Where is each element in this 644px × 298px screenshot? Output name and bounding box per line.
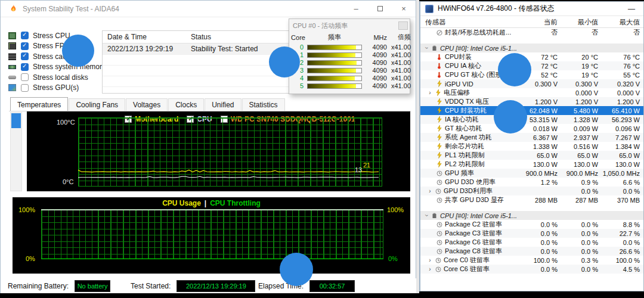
sensor-row[interactable]: ›Core C6 驻留率0.0 %0.0 %4.5 % — [420, 265, 643, 274]
minimum-value: 0.0 % — [558, 248, 598, 255]
sensor-row[interactable]: Package C6 驻留率0.0 %0.0 %0.0 % — [420, 238, 643, 247]
chevron-down-icon[interactable]: › — [423, 213, 430, 218]
minimum-value: 19 °C — [558, 72, 598, 79]
popup-spinner-button[interactable] — [398, 21, 408, 30]
sensor-group-label: ›CPU [#0]: Intel Core i5-1... — [420, 212, 640, 219]
sensor-label: Core C0 驻留率 — [444, 256, 490, 265]
checkbox-unchecked[interactable] — [21, 84, 29, 92]
sensor-label: GPU D3D 使用率 — [445, 178, 496, 187]
frequency-bar — [307, 60, 362, 66]
scrollbar-thumb[interactable] — [11, 113, 21, 128]
sensor-row[interactable]: Package C2 驻留率0.0 %0.0 %8.8 % — [420, 220, 643, 229]
frequency-bar-fill — [308, 61, 357, 65]
sensor-row[interactable]: 剩余芯片功耗1.338 W0.516 W1.384 W — [420, 142, 643, 151]
graph-vertical-scrollbar[interactable] — [10, 112, 22, 191]
cpu-chip-icon — [8, 32, 16, 39]
clock-icon — [436, 240, 442, 246]
hwinfo-minimize-button[interactable]: — — [628, 5, 639, 13]
close-button[interactable]: × — [392, 1, 416, 17]
chart-line — [78, 170, 379, 172]
clock-icon — [435, 266, 441, 272]
sensor-label-cell: ›电压偏移 — [420, 88, 516, 97]
minimum-value: 2.937 W — [558, 134, 598, 141]
ytick-right-top: 100% — [387, 206, 404, 213]
maximum-value: 4.5 % — [598, 266, 640, 273]
sensor-row[interactable]: 系统 Agent 功耗6.367 W2.937 W7.267 W — [420, 133, 643, 142]
hwinfo-logo-icon — [425, 5, 434, 13]
sensor-label-cell: Package C3 驻留率 — [420, 229, 516, 238]
event-log-row[interactable]: 2022/12/13 19:29:19Stability Test: Start… — [103, 44, 292, 54]
bolt-icon — [435, 89, 441, 96]
sensor-row[interactable]: iGPU VID0.300 V0.300 V0.320 V — [420, 79, 643, 88]
core-frequency-row: 24090x41.00 — [289, 58, 410, 66]
chevron-right-icon[interactable]: › — [428, 266, 432, 272]
cpu-usage-chart: CPU Usage|CPU Throttling 100% 0% 100% 0% — [13, 197, 410, 274]
sensor-row[interactable]: CPU IA 核心72 °C19 °C76 °C — [420, 61, 643, 70]
maximum-value: 0.000 V — [598, 89, 640, 97]
checkbox-unchecked[interactable] — [21, 73, 29, 81]
sensor-row[interactable]: CPU 封装功耗62.048 W5.480 W65.410 W — [420, 106, 643, 115]
sensor-row[interactable]: IA 核心功耗53.315 W1.328 W56.293 W — [420, 115, 643, 124]
maximum-value: 22.7 % — [598, 230, 640, 237]
maximize-button[interactable] — [368, 1, 392, 17]
column-date-time: Date & Time — [103, 33, 186, 41]
sensor-group-row[interactable]: ›CPU [#0]: Intel Core i5-1... — [420, 44, 643, 52]
chevron-right-icon[interactable]: › — [428, 188, 432, 194]
checkbox-checked[interactable] — [21, 42, 29, 50]
sensor-row[interactable]: GT 核心功耗0.018 W0.009 W0.096 W — [420, 124, 643, 133]
bottom-black-strip — [0, 293, 644, 298]
sensor-row[interactable]: GPU D3D 使用率1.2 %0.9 %6.6 % — [420, 178, 643, 187]
sensor-row[interactable]: 封装/环形总线功耗超...否否否 — [420, 28, 643, 37]
sensor-row[interactable]: 共享 GPU D3D 显存288 MB287 MB370 MB — [420, 195, 643, 204]
tab-temperatures[interactable]: Temperatures — [10, 97, 68, 111]
sensor-row[interactable]: Package C8 驻留率0.0 %0.0 %26.6 % — [420, 247, 643, 256]
status-bar: Remaining Battery:No batteryTest Started… — [1, 278, 417, 294]
sensor-row[interactable]: ›Core C0 驻留率100.0 %0.3 %100.0 % — [420, 256, 643, 265]
stress-options-list: Stress CPUStress FPUStress cacheStress s… — [8, 30, 106, 93]
chevron-right-icon[interactable]: › — [428, 89, 432, 96]
maximum-value: 76 °C — [598, 63, 640, 70]
chevron-down-icon[interactable]: › — [423, 46, 430, 51]
checkbox-checked[interactable] — [21, 52, 29, 60]
minimize-button[interactable]: – — [344, 1, 368, 17]
current-value: 0.0 % — [516, 221, 558, 228]
minimum-value: 0.0 % — [558, 230, 598, 237]
sensor-row[interactable]: ›电压偏移0.000 V0.000 V — [420, 88, 643, 97]
checkbox-checked[interactable] — [21, 32, 29, 39]
sensor-row[interactable]: CPU GT 核心 (图形)52 °C19 °C55 °C — [420, 70, 643, 79]
checkbox-checked[interactable] — [21, 63, 29, 71]
sensor-table-header: 传感器 当前 最小值 最大值 — [420, 16, 643, 28]
sensor-label: GT 核心功耗 — [445, 124, 482, 133]
frequency-bar-fill — [308, 84, 356, 88]
sensor-row[interactable]: VDDQ TX 电压1.200 V1.200 V1.200 V — [420, 97, 643, 106]
cpu-frequency-popup: CPU #0 - 活动频率 Core 频率 MHz 倍频 04090x41.00… — [289, 18, 410, 94]
minimum-value: 287 MB — [558, 197, 598, 204]
stress-option-label: Stress CPU — [33, 32, 70, 40]
sensor-group-row[interactable]: ›CPU [#0]: Intel Core i5-1... — [420, 211, 643, 220]
core-frequency-row: 34090x41.00 — [289, 66, 410, 74]
sensor-label-cell: iGPU VID — [420, 80, 516, 88]
hwinfo-titlebar: HWiNFO64 v7.26-4800 - 传感器状态 — — [420, 2, 643, 16]
minimum-value: 20 °C — [558, 54, 598, 61]
minimum-value: 0.9 % — [558, 179, 598, 186]
current-value: 0.0 % — [516, 266, 558, 273]
chevron-right-icon[interactable]: › — [428, 257, 432, 263]
column-ratio: 倍频 — [387, 32, 411, 43]
status-label: Test Started: — [131, 282, 171, 290]
current-value: 0.0 % — [516, 239, 558, 246]
maximum-value: 65.410 W — [598, 107, 640, 114]
current-value: 900.0 MHz — [516, 170, 558, 177]
hwinfo-title: HWiNFO64 v7.26-4800 - 传感器状态 — [438, 4, 554, 14]
maximum-value: 56.293 W — [598, 116, 640, 123]
sensor-row[interactable]: GPU 频率900.0 MHz900.0 MHz1,050.0 MHz — [420, 169, 643, 178]
core-number: 5 — [290, 82, 306, 89]
sensor-label-cell: 系统 Agent 功耗 — [420, 133, 516, 142]
aida64-titlebar: System Stability Test - AIDA64 – × — [1, 1, 416, 17]
ytick-bottom: 0°C — [63, 178, 73, 185]
sensor-row[interactable]: CPU封装72 °C20 °C76 °C — [420, 52, 643, 61]
sensor-row[interactable]: ›GPU D3D利用率0.0 %0.0 % — [420, 187, 643, 195]
sensor-row[interactable]: PL1 功耗限制65.0 W65.0 W65.0 W — [420, 151, 643, 160]
status-value: 2022/12/13 19:29:19 — [177, 280, 255, 292]
sensor-row[interactable]: Package C3 驻留率0.0 %0.0 %22.7 % — [420, 229, 643, 238]
sensor-row[interactable]: PL2 功耗限制130.0 W130.0 W130.0 W — [420, 160, 643, 169]
